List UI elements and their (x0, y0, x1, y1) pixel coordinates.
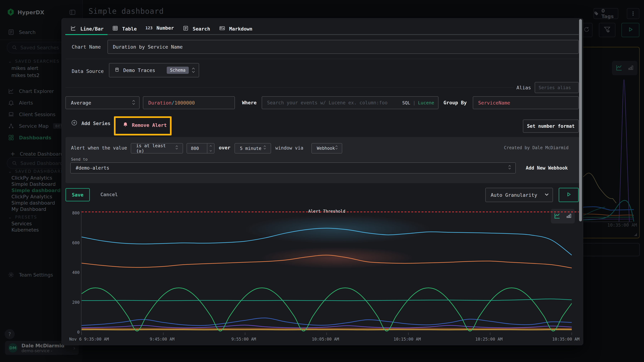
save-button[interactable]: Save (66, 188, 90, 201)
cancel-button[interactable]: Cancel (100, 192, 118, 197)
chevron-down-icon (544, 192, 549, 198)
add-series-button[interactable]: Add Series (71, 120, 110, 127)
divisor-token: 1000000 (174, 100, 195, 106)
alias-placeholder: Series alias (539, 85, 571, 90)
chart-series-series-green-wave (82, 288, 572, 331)
number-123-icon: 123 (146, 26, 152, 30)
data-source-label: Data Source (72, 68, 104, 74)
where-placeholder: Search your events w/ Lucene ex. column:… (267, 100, 388, 105)
granularity-select[interactable]: Auto Granularity (485, 188, 553, 202)
field-token: Duration (148, 100, 172, 106)
x-tick-label: 10:25:00 AM (475, 337, 502, 342)
updown-chevrons-icon (335, 145, 339, 152)
where-label: Where (242, 100, 256, 105)
section-divider (66, 59, 580, 59)
edit-chart-modal: Line/Bar Table 123 Number Search Markdow… (62, 18, 583, 345)
y-axis-line (81, 211, 82, 333)
x-tick-label: Nov 6 9:35:00 AM (69, 337, 109, 342)
updown-chevrons-icon (508, 164, 512, 172)
modal-scrollbar[interactable] (579, 19, 582, 221)
tab-markdown[interactable]: Markdown (219, 25, 252, 32)
search-list-icon (183, 25, 189, 32)
y-tick-label: 0 (69, 330, 80, 335)
add-new-webhook-button[interactable]: Add New Webhook (526, 165, 568, 171)
chart-plot-area (81, 210, 579, 333)
set-number-format-button[interactable]: Set number format (523, 120, 579, 133)
send-to-label: Send to (71, 157, 88, 162)
lucene-toggle[interactable]: Lucene (418, 100, 434, 105)
x-tick (490, 333, 490, 335)
x-tick-label: 9:55:00 AM (231, 337, 256, 342)
x-tick-label: 10:15:00 AM (394, 337, 421, 342)
database-icon (114, 67, 120, 73)
x-tick (82, 333, 82, 335)
created-by-label: Created by Dale McDiarmid (504, 145, 568, 150)
tab-line-bar[interactable]: Line/Bar (70, 25, 104, 32)
group-by-label: Group By (444, 100, 467, 105)
alert-condition-select[interactable]: is at least (≥) (131, 143, 183, 154)
x-tick (326, 333, 327, 335)
field-expression-input[interactable]: Duration/1000000 (143, 96, 235, 109)
chart-series-series-dark-orange-flat (82, 328, 572, 329)
over-label: over (219, 145, 230, 151)
screen: HyperDX Simple dashboard Search Saved Se… (0, 0, 644, 362)
schema-badge: Schema (167, 67, 189, 74)
y-tick-label: 200 (69, 300, 80, 305)
window-via-label: window via (275, 145, 304, 151)
x-tick (245, 333, 245, 335)
x-tick (408, 333, 408, 335)
updown-chevrons-icon (191, 67, 196, 74)
chart-series-series-gold-flat (82, 330, 572, 330)
chart-name-label: Chart Name (72, 44, 101, 50)
chart-name-input[interactable]: Duration by Service Name (108, 40, 579, 54)
series-divider (66, 87, 514, 88)
tab-table[interactable]: Table (112, 25, 137, 32)
tab-search[interactable]: Search (183, 25, 210, 32)
x-tick-label: 10:05:00 AM (312, 337, 339, 342)
data-source-select[interactable]: Demo Traces Schema (109, 63, 199, 77)
alert-threshold-input[interactable]: 800 (186, 143, 214, 154)
tab-number[interactable]: 123 Number (146, 25, 174, 31)
aggregation-select[interactable]: Average (66, 96, 140, 109)
tab-underline (108, 34, 579, 35)
y-tick-label: 600 (69, 240, 80, 245)
sql-toggle[interactable]: SQL (402, 100, 410, 105)
updown-chevrons-icon (132, 99, 136, 106)
chart-series-series-teal-flat (82, 299, 572, 301)
y-tick-label: 400 (69, 270, 80, 275)
chart-series-series-blue-low (82, 318, 572, 325)
active-tab-underline (65, 34, 108, 35)
x-tick (572, 333, 572, 335)
circle-plus-icon (71, 120, 78, 127)
alias-label: Alias (516, 85, 531, 90)
updown-chevrons-icon (175, 145, 180, 152)
send-to-select[interactable]: #demo-alerts (70, 163, 516, 174)
chart-series-series-purple-low (82, 325, 572, 328)
updown-chevrons-icon (263, 145, 268, 152)
alert-window-select[interactable]: 5 minute (234, 143, 271, 154)
alias-input[interactable]: Series alias (535, 82, 579, 93)
number-stepper[interactable] (207, 144, 214, 153)
line-chart-icon (70, 25, 76, 32)
x-tick-label: 9:45:00 AM (150, 337, 174, 342)
preview-play-button[interactable] (559, 188, 579, 202)
operator-token: / (172, 100, 174, 106)
y-tick-label: 800 (69, 211, 80, 215)
play-icon (566, 191, 572, 198)
line-chart-svg (82, 210, 572, 333)
bell-icon (122, 122, 128, 129)
x-tick (163, 333, 164, 335)
group-by-input[interactable]: ServiceName (473, 96, 579, 109)
where-search-input[interactable]: Search your events w/ Lucene ex. column:… (262, 96, 438, 109)
alert-threshold-label: Alert Threshold (308, 209, 346, 213)
x-tick-label: 10:35:00 AM (552, 337, 580, 342)
remove-alert-button[interactable]: Remove Alert (122, 122, 167, 129)
alert-prefix-label: Alert when the value (71, 145, 127, 151)
table-icon (112, 25, 118, 32)
markdown-icon (219, 25, 225, 32)
alert-channel-select[interactable]: Webhook (312, 143, 342, 154)
